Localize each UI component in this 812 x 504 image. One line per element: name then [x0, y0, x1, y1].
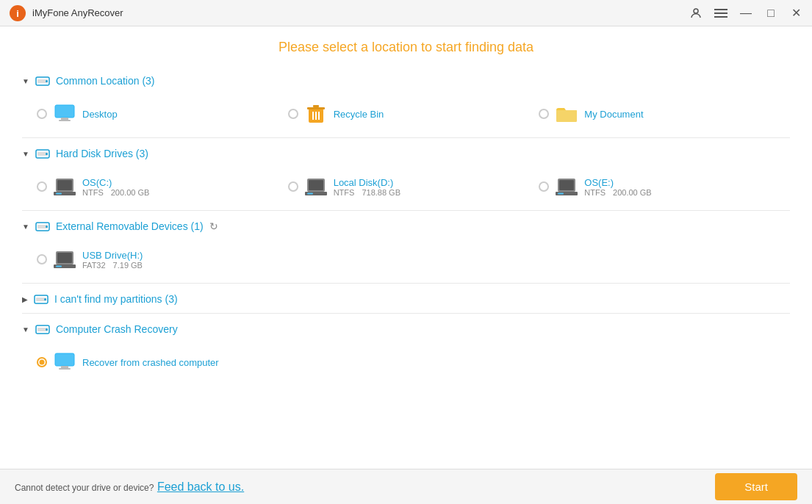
recover-crashed-label: Recover from crashed computer — [82, 357, 219, 368]
section-header-hard-disk[interactable]: Hard Disk Drives (3) — [22, 138, 790, 168]
usb-h-icon — [54, 249, 76, 270]
usb-h-icon-wrapper — [53, 248, 76, 271]
refresh-button[interactable]: ↻ — [209, 220, 218, 232]
feedback-link[interactable]: Feed back to us. — [157, 480, 244, 493]
external-items: USB Drive(H:) FAT32 7.19 GB — [22, 240, 790, 283]
my-document-item[interactable]: My Document — [539, 102, 790, 126]
disk-e-item[interactable]: OS(E:) NTFS 200.00 GB — [539, 175, 790, 198]
svg-rect-37 — [57, 253, 72, 263]
svg-rect-14 — [313, 105, 319, 107]
disk-c-name: OS(C:) — [82, 177, 149, 188]
hard-disk-items: OS(C:) NTFS 200.00 GB — [22, 168, 790, 210]
disk-c-radio[interactable] — [37, 181, 47, 192]
section-header-common-location[interactable]: Common Location (3) — [22, 65, 790, 95]
desktop-icon — [54, 104, 76, 123]
disk-d-item[interactable]: Local Disk(D:) NTFS 718.88 GB — [288, 175, 539, 198]
disk-e-size: 200.00 GB — [613, 188, 652, 197]
svg-text:i: i — [16, 8, 19, 19]
svg-point-45 — [46, 328, 48, 331]
svg-rect-24 — [56, 193, 62, 195]
maximize-button[interactable]: □ — [764, 6, 778, 21]
app-logo: i — [9, 4, 26, 22]
usb-h-item[interactable]: USB Drive(H:) FAT32 7.19 GB — [37, 248, 288, 271]
recycle-bin-label: Recycle Bin — [334, 109, 384, 120]
user-icon[interactable] — [689, 6, 703, 21]
disk-d-info: Local Disk(D:) NTFS 718.88 GB — [334, 177, 400, 197]
svg-rect-13 — [307, 107, 325, 109]
usb-h-radio[interactable] — [37, 254, 47, 264]
hdd-icon-4 — [34, 292, 48, 306]
page-header: Please select a location to start findin… — [0, 26, 812, 65]
svg-rect-22 — [57, 180, 72, 190]
svg-rect-46 — [55, 353, 74, 366]
recover-crashed-item[interactable]: Recover from crashed computer — [37, 350, 288, 374]
disk-e-details: NTFS 200.00 GB — [584, 188, 651, 197]
my-document-radio[interactable] — [539, 109, 549, 119]
disk-d-details: NTFS 718.88 GB — [334, 188, 400, 197]
recover-crashed-icon — [54, 353, 76, 372]
svg-point-35 — [46, 226, 48, 228]
recover-crashed-icon-wrapper — [53, 350, 76, 374]
common-location-items: Desktop — [22, 95, 790, 137]
scroll-container[interactable]: Common Location (3) Desktop — [0, 65, 812, 469]
minimize-button[interactable]: — — [739, 6, 753, 21]
usb-h-info: USB Drive(H:) FAT32 7.19 GB — [82, 250, 143, 270]
menu-icon[interactable] — [714, 6, 728, 21]
usb-h-details: FAT32 7.19 GB — [82, 261, 143, 270]
section-external-removable: External Removable Devices (1) ↻ — [22, 211, 790, 284]
section-title-common-location: Common Location (3) — [56, 75, 155, 87]
usb-h-fs: FAT32 — [82, 261, 106, 270]
titlebar: i iMyFone AnyRecover — □ ✕ — [0, 0, 812, 26]
svg-rect-28 — [307, 193, 313, 195]
disk-e-radio[interactable] — [539, 181, 549, 192]
svg-rect-32 — [558, 193, 564, 195]
disk-d-radio[interactable] — [288, 181, 298, 192]
disk-e-name: OS(E:) — [584, 177, 651, 188]
section-header-external[interactable]: External Removable Devices (1) ↻ — [22, 211, 790, 240]
titlebar-controls: — □ ✕ — [689, 6, 803, 21]
close-button[interactable]: ✕ — [788, 6, 803, 21]
disk-c-item[interactable]: OS(C:) NTFS 200.00 GB — [37, 175, 288, 198]
disk-d-fs: NTFS — [334, 188, 355, 197]
section-title-hard-disk: Hard Disk Drives (3) — [56, 148, 148, 159]
section-common-location: Common Location (3) Desktop — [22, 65, 790, 138]
desktop-item[interactable]: Desktop — [37, 102, 288, 126]
disk-e-fs: NTFS — [584, 188, 606, 197]
usb-h-name: USB Drive(H:) — [82, 250, 143, 261]
disk-c-info: OS(C:) NTFS 200.00 GB — [82, 177, 149, 197]
svg-rect-39 — [56, 266, 62, 267]
section-hard-disk-drives: Hard Disk Drives (3) OS(C: — [22, 138, 790, 211]
section-header-crash[interactable]: Computer Crash Recovery — [22, 314, 790, 343]
main-content: Please select a location to start findin… — [0, 26, 812, 504]
disk-c-icon-wrapper — [53, 175, 76, 198]
bottom-text: Cannot detect your drive or device? — [15, 483, 154, 493]
svg-point-20 — [46, 153, 48, 155]
disk-d-icon — [305, 176, 327, 197]
recycle-bin-item[interactable]: Recycle Bin — [288, 102, 539, 126]
disk-e-info: OS(E:) NTFS 200.00 GB — [584, 177, 651, 197]
bottom-bar: Cannot detect your drive or device? Feed… — [0, 469, 812, 504]
svg-rect-26 — [309, 180, 323, 190]
desktop-icon-wrapper — [53, 102, 76, 126]
recycle-bin-icon — [306, 104, 326, 124]
my-document-label: My Document — [584, 109, 643, 120]
chevron-crash — [22, 325, 29, 334]
start-button[interactable]: Start — [715, 473, 797, 500]
hdd-icon — [35, 74, 50, 87]
svg-rect-47 — [61, 366, 68, 368]
recycle-bin-radio[interactable] — [288, 109, 298, 119]
section-cant-find-partitions: I can't find my partitions (3) — [22, 284, 790, 314]
svg-point-42 — [44, 298, 46, 300]
titlebar-left: i iMyFone AnyRecover — [9, 4, 123, 22]
recover-crashed-radio[interactable] — [37, 357, 47, 367]
usb-h-size: 7.19 GB — [113, 261, 143, 270]
svg-rect-11 — [59, 120, 71, 121]
svg-rect-48 — [59, 368, 71, 370]
app-title: iMyFone AnyRecover — [32, 7, 123, 18]
desktop-radio[interactable] — [37, 109, 47, 119]
svg-rect-10 — [61, 118, 68, 120]
section-title-external: External Removable Devices (1) — [56, 220, 204, 232]
svg-rect-30 — [559, 180, 574, 190]
my-document-icon — [555, 104, 578, 123]
section-header-partitions[interactable]: I can't find my partitions (3) — [22, 284, 790, 313]
